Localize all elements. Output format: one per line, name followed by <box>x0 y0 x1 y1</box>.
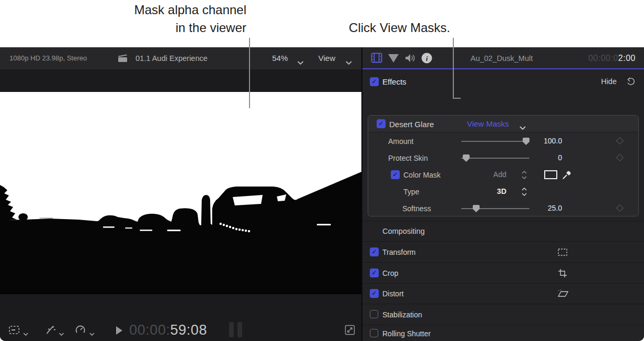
inspector-panel: i Au_02_Dusk_Mult 00:00:02:00 ✓ Effects … <box>362 47 644 341</box>
crop-checkbox[interactable]: ✓ <box>370 268 379 277</box>
stepper-chevrons-icon[interactable] <box>522 188 527 198</box>
type-label: Type <box>403 188 419 196</box>
keyframe-diamond-icon[interactable] <box>616 154 624 161</box>
viewer-timecode[interactable]: 00:00:59:08 <box>129 322 207 338</box>
video-inspector-tab-icon[interactable] <box>371 53 382 65</box>
distort-checkbox[interactable]: ✓ <box>370 289 379 298</box>
stepper-chevrons-icon[interactable] <box>522 171 527 181</box>
clapper-icon <box>118 54 128 65</box>
inspector-annotation-text: Click View Masks. <box>349 19 450 37</box>
keyframe-diamond-icon[interactable] <box>616 137 624 144</box>
softness-label: Softness <box>402 204 431 213</box>
rolling-shutter-row: Rolling Shutter <box>362 325 644 341</box>
viewer-canvas-mask-image[interactable] <box>0 92 361 294</box>
protect-skin-slider[interactable] <box>461 158 529 159</box>
chevron-down-icon[interactable] <box>346 57 352 67</box>
protect-skin-label: Protect Skin <box>388 154 428 162</box>
desert-glare-checkbox[interactable]: ✓ <box>377 119 386 128</box>
inspector-timecode: 00:00:02:00 <box>588 47 636 69</box>
play-icon[interactable] <box>116 326 123 337</box>
distort-icon[interactable] <box>557 290 569 300</box>
transform-label: Transform <box>382 248 416 256</box>
desert-glare-effect-group: ✓ Desert Glare View Masks Amount 100.0 <box>368 115 639 216</box>
protect-skin-value[interactable]: 0 <box>558 153 562 162</box>
amount-param-row: Amount 100.0 <box>368 133 638 150</box>
color-mask-label: Color Mask <box>403 171 441 179</box>
stabilization-row: Stabilization <box>362 304 644 325</box>
inspector-clip-name: Au_02_Dusk_Mult <box>441 47 562 69</box>
fullscreen-expand-icon[interactable] <box>345 325 355 337</box>
amount-value[interactable]: 100.0 <box>544 137 562 145</box>
rolling-shutter-checkbox[interactable] <box>370 329 378 337</box>
protect-skin-param-row: Protect Skin 0 <box>368 150 638 167</box>
viewer-zoom-menu[interactable]: 54% <box>272 47 288 69</box>
audio-inspector-tab-icon[interactable] <box>404 53 416 65</box>
enhancements-wand-icon[interactable] <box>44 325 57 337</box>
effects-section-row: ✓ Effects Hide <box>362 70 644 93</box>
color-mask-checkbox[interactable]: ✓ <box>391 170 400 179</box>
reset-undo-icon[interactable] <box>626 77 636 88</box>
viewer-view-menu[interactable]: View <box>318 47 335 69</box>
effects-section-label: Effects <box>382 77 407 86</box>
retime-icon[interactable] <box>75 325 86 337</box>
stabilization-label: Stabilization <box>382 311 422 319</box>
viewer-panel: 1080p HD 23.98p, Stereo 01.1 Audi Experi… <box>0 47 361 341</box>
hide-effects-button[interactable]: Hide <box>601 70 617 93</box>
color-mask-swatch[interactable] <box>544 170 557 179</box>
viewer-bottom-toolbar: 00:00:59:08 <box>0 321 361 341</box>
viewer-annotation-text: Mask alpha channel in the viewer <box>134 1 246 37</box>
crop-row: ✓ Crop <box>362 262 644 283</box>
stabilization-checkbox[interactable] <box>370 310 378 318</box>
color-inspector-tab-icon[interactable] <box>388 54 399 65</box>
desert-glare-title-row[interactable]: ✓ Desert Glare View Masks <box>368 116 638 132</box>
rolling-shutter-label: Rolling Shutter <box>382 329 431 338</box>
color-mask-param-row: ✓ Color Mask Add <box>368 167 638 183</box>
protect-skin-slider-handle[interactable] <box>463 154 470 162</box>
crop-label: Crop <box>382 269 398 277</box>
audio-meter-right <box>237 322 242 337</box>
eyedropper-icon[interactable] <box>562 170 572 182</box>
info-inspector-tab-icon[interactable]: i <box>421 53 432 66</box>
app-window: 1080p HD 23.98p, Stereo 01.1 Audi Experi… <box>0 47 644 341</box>
range-selection-tool-icon[interactable] <box>8 325 21 337</box>
transform-row: ✓ Transform <box>362 241 644 262</box>
amount-slider[interactable] <box>461 141 529 142</box>
desert-glare-effect-name: Desert Glare <box>389 120 434 129</box>
chevron-down-icon[interactable] <box>89 328 95 338</box>
chevron-down-icon[interactable] <box>59 328 64 338</box>
distort-row: ✓ Distort <box>362 283 644 304</box>
inspector-header: i Au_02_Dusk_Mult 00:00:02:00 <box>362 47 644 69</box>
compositing-label: Compositing <box>382 227 425 235</box>
audio-meter-left <box>229 322 234 337</box>
softness-slider-handle[interactable] <box>473 205 480 212</box>
softness-slider[interactable] <box>461 208 529 209</box>
transform-checkbox[interactable]: ✓ <box>370 247 379 256</box>
amount-slider-handle[interactable] <box>523 138 529 145</box>
softness-param-row: Softness 25.0 <box>368 200 638 217</box>
chevron-down-icon[interactable] <box>520 122 526 132</box>
distort-label: Distort <box>382 290 403 298</box>
amount-label: Amount <box>388 137 413 146</box>
svg-text:i: i <box>426 55 428 63</box>
softness-value[interactable]: 25.0 <box>548 204 562 212</box>
type-value[interactable]: 3D <box>497 187 506 195</box>
chevron-down-icon[interactable] <box>23 328 28 338</box>
compositing-section-row: Compositing <box>362 221 644 241</box>
inspector-body: ✓ Effects Hide ✓ Desert Glare View Masks <box>362 70 644 341</box>
type-param-row: Type 3D <box>368 183 638 200</box>
effects-checkbox[interactable]: ✓ <box>370 77 379 86</box>
color-mask-blend-value[interactable]: Add <box>493 170 506 179</box>
crop-icon[interactable] <box>558 268 567 280</box>
chevron-down-icon[interactable] <box>297 57 304 67</box>
viewer-toolbar: 1080p HD 23.98p, Stereo 01.1 Audi Experi… <box>0 47 361 69</box>
callout-line-view-masks <box>453 38 454 99</box>
keyframe-diamond-icon[interactable] <box>616 204 624 212</box>
callout-line-view-masks-hook <box>453 98 461 99</box>
transform-icon[interactable] <box>557 248 568 259</box>
callout-line-viewer <box>249 38 250 108</box>
viewer-format-info: 1080p HD 23.98p, Stereo <box>9 47 87 69</box>
view-masks-link[interactable]: View Masks <box>467 119 509 128</box>
viewer-project-title: 01.1 Audi Experience <box>136 47 207 69</box>
